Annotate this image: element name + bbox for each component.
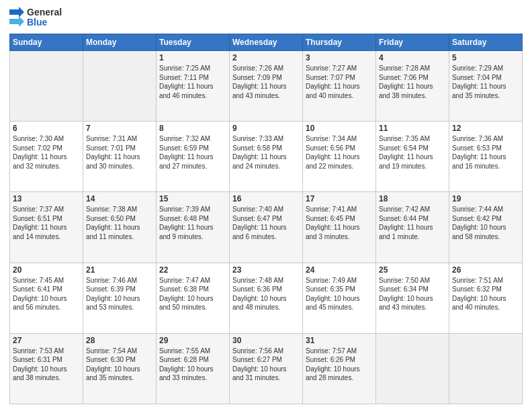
day-number: 18 — [379, 194, 446, 203]
day-number: 20 — [13, 265, 80, 275]
day-header-thursday: Thursday — [303, 34, 376, 51]
day-info: Sunrise: 7:42 AM Sunset: 6:44 PM Dayligh… — [379, 205, 446, 241]
day-cell: 17Sunrise: 7:41 AM Sunset: 6:45 PM Dayli… — [303, 192, 376, 263]
day-info: Sunrise: 7:41 AM Sunset: 6:45 PM Dayligh… — [306, 205, 373, 241]
day-header-tuesday: Tuesday — [157, 34, 230, 51]
day-number: 14 — [86, 194, 153, 203]
day-header-monday: Monday — [83, 34, 157, 51]
day-info: Sunrise: 7:50 AM Sunset: 6:34 PM Dayligh… — [379, 276, 446, 312]
day-cell — [376, 333, 449, 404]
day-info: Sunrise: 7:47 AM Sunset: 6:38 PM Dayligh… — [159, 276, 226, 312]
day-info: Sunrise: 7:25 AM Sunset: 7:11 PM Dayligh… — [159, 64, 226, 100]
day-number: 31 — [306, 336, 373, 345]
day-cell: 26Sunrise: 7:51 AM Sunset: 6:32 PM Dayli… — [449, 263, 523, 333]
logo-arrow-icon — [9, 7, 24, 28]
day-cell: 5Sunrise: 7:29 AM Sunset: 7:04 PM Daylig… — [449, 51, 523, 122]
day-info: Sunrise: 7:27 AM Sunset: 7:07 PM Dayligh… — [306, 64, 373, 100]
week-row-2: 6Sunrise: 7:30 AM Sunset: 7:02 PM Daylig… — [10, 122, 523, 192]
day-cell: 22Sunrise: 7:47 AM Sunset: 6:38 PM Dayli… — [157, 263, 230, 333]
day-cell: 8Sunrise: 7:32 AM Sunset: 6:59 PM Daylig… — [157, 122, 230, 192]
day-header-friday: Friday — [376, 34, 449, 51]
day-cell: 31Sunrise: 7:57 AM Sunset: 6:26 PM Dayli… — [303, 333, 376, 404]
day-cell: 12Sunrise: 7:36 AM Sunset: 6:53 PM Dayli… — [449, 122, 523, 192]
week-row-4: 20Sunrise: 7:45 AM Sunset: 6:41 PM Dayli… — [10, 263, 523, 333]
week-row-3: 13Sunrise: 7:37 AM Sunset: 6:51 PM Dayli… — [10, 192, 523, 263]
day-info: Sunrise: 7:35 AM Sunset: 6:54 PM Dayligh… — [379, 134, 446, 171]
day-info: Sunrise: 7:28 AM Sunset: 7:06 PM Dayligh… — [379, 64, 446, 100]
day-info: Sunrise: 7:38 AM Sunset: 6:50 PM Dayligh… — [86, 205, 153, 241]
logo-general-text: General — [27, 7, 62, 17]
day-info: Sunrise: 7:51 AM Sunset: 6:32 PM Dayligh… — [452, 276, 519, 312]
day-number: 1 — [159, 53, 226, 62]
day-number: 28 — [86, 336, 153, 345]
day-cell — [10, 51, 83, 122]
day-cell: 10Sunrise: 7:34 AM Sunset: 6:56 PM Dayli… — [303, 122, 376, 192]
day-cell: 13Sunrise: 7:37 AM Sunset: 6:51 PM Dayli… — [10, 192, 83, 263]
day-cell: 3Sunrise: 7:27 AM Sunset: 7:07 PM Daylig… — [303, 51, 376, 122]
day-cell: 1Sunrise: 7:25 AM Sunset: 7:11 PM Daylig… — [157, 51, 230, 122]
day-number: 25 — [379, 265, 446, 275]
day-number: 27 — [13, 336, 80, 345]
day-cell: 23Sunrise: 7:48 AM Sunset: 6:36 PM Dayli… — [230, 263, 303, 333]
day-info: Sunrise: 7:32 AM Sunset: 6:59 PM Dayligh… — [159, 134, 226, 171]
day-info: Sunrise: 7:34 AM Sunset: 6:56 PM Dayligh… — [306, 134, 373, 171]
day-number: 15 — [159, 194, 226, 203]
day-cell: 28Sunrise: 7:54 AM Sunset: 6:30 PM Dayli… — [83, 333, 157, 404]
header: GeneralBlue — [9, 7, 523, 28]
day-number: 12 — [452, 124, 519, 133]
day-cell: 21Sunrise: 7:46 AM Sunset: 6:39 PM Dayli… — [83, 263, 157, 333]
day-number: 16 — [232, 194, 300, 203]
day-info: Sunrise: 7:48 AM Sunset: 6:36 PM Dayligh… — [232, 276, 300, 312]
day-info: Sunrise: 7:40 AM Sunset: 6:47 PM Dayligh… — [232, 205, 300, 241]
day-cell: 18Sunrise: 7:42 AM Sunset: 6:44 PM Dayli… — [376, 192, 449, 263]
day-cell: 30Sunrise: 7:56 AM Sunset: 6:27 PM Dayli… — [230, 333, 303, 404]
day-cell: 29Sunrise: 7:55 AM Sunset: 6:28 PM Dayli… — [157, 333, 230, 404]
day-info: Sunrise: 7:53 AM Sunset: 6:31 PM Dayligh… — [13, 347, 80, 383]
day-number: 8 — [159, 124, 226, 133]
calendar-header: SundayMondayTuesdayWednesdayThursdayFrid… — [10, 34, 523, 51]
day-cell — [83, 51, 157, 122]
day-info: Sunrise: 7:45 AM Sunset: 6:41 PM Dayligh… — [13, 276, 80, 312]
day-number: 5 — [452, 53, 519, 62]
week-row-1: 1Sunrise: 7:25 AM Sunset: 7:11 PM Daylig… — [10, 51, 523, 122]
day-number: 23 — [232, 265, 300, 275]
day-number: 13 — [13, 194, 80, 203]
day-cell: 7Sunrise: 7:31 AM Sunset: 7:01 PM Daylig… — [83, 122, 157, 192]
day-number: 7 — [86, 124, 153, 133]
day-cell: 4Sunrise: 7:28 AM Sunset: 7:06 PM Daylig… — [376, 51, 449, 122]
day-number: 22 — [159, 265, 226, 275]
day-header-wednesday: Wednesday — [230, 34, 303, 51]
day-number: 30 — [232, 336, 300, 345]
day-cell: 14Sunrise: 7:38 AM Sunset: 6:50 PM Dayli… — [83, 192, 157, 263]
day-info: Sunrise: 7:39 AM Sunset: 6:48 PM Dayligh… — [159, 205, 226, 241]
day-cell: 25Sunrise: 7:50 AM Sunset: 6:34 PM Dayli… — [376, 263, 449, 333]
day-info: Sunrise: 7:49 AM Sunset: 6:35 PM Dayligh… — [306, 276, 373, 312]
day-header-saturday: Saturday — [449, 34, 523, 51]
day-number: 29 — [159, 336, 226, 345]
day-cell: 19Sunrise: 7:44 AM Sunset: 6:42 PM Dayli… — [449, 192, 523, 263]
logo-blue-text: Blue — [27, 17, 62, 28]
svg-marker-0 — [9, 7, 24, 17]
day-number: 10 — [306, 124, 373, 133]
day-number: 24 — [306, 265, 373, 275]
day-number: 17 — [306, 194, 373, 203]
day-cell: 6Sunrise: 7:30 AM Sunset: 7:02 PM Daylig… — [10, 122, 83, 192]
day-info: Sunrise: 7:46 AM Sunset: 6:39 PM Dayligh… — [86, 276, 153, 312]
page-container: GeneralBlue SundayMondayTuesdayWednesday… — [0, 0, 532, 411]
day-cell: 20Sunrise: 7:45 AM Sunset: 6:41 PM Dayli… — [10, 263, 83, 333]
day-number: 3 — [306, 53, 373, 62]
day-info: Sunrise: 7:55 AM Sunset: 6:28 PM Dayligh… — [159, 347, 226, 383]
day-number: 19 — [452, 194, 519, 203]
day-number: 21 — [86, 265, 153, 275]
week-row-5: 27Sunrise: 7:53 AM Sunset: 6:31 PM Dayli… — [10, 333, 523, 404]
day-cell: 16Sunrise: 7:40 AM Sunset: 6:47 PM Dayli… — [230, 192, 303, 263]
day-info: Sunrise: 7:31 AM Sunset: 7:01 PM Dayligh… — [86, 134, 153, 171]
day-number: 9 — [232, 124, 300, 133]
day-cell: 15Sunrise: 7:39 AM Sunset: 6:48 PM Dayli… — [157, 192, 230, 263]
day-number: 11 — [379, 124, 446, 133]
day-cell — [449, 333, 523, 404]
day-number: 26 — [452, 265, 519, 275]
day-number: 4 — [379, 53, 446, 62]
day-cell: 2Sunrise: 7:26 AM Sunset: 7:09 PM Daylig… — [230, 51, 303, 122]
day-info: Sunrise: 7:30 AM Sunset: 7:02 PM Dayligh… — [13, 134, 80, 171]
